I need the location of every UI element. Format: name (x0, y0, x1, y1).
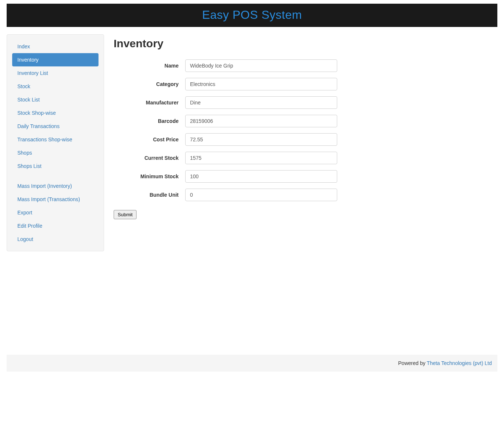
input-manufacturer[interactable] (185, 96, 337, 109)
sidebar-item-transactions-shop-wise[interactable]: Transactions Shop-wise (12, 133, 99, 146)
sidebar-item-export[interactable]: Export (12, 206, 99, 219)
main-content: Inventory Name Category Manufacturer Bar… (104, 34, 497, 251)
input-category[interactable] (185, 78, 337, 90)
footer: Powered by Theta Technologies (pvt) Ltd (7, 355, 497, 372)
sidebar-item-stock-shop-wise[interactable]: Stock Shop-wise (12, 106, 99, 120)
input-current-stock[interactable] (185, 152, 337, 164)
sidebar-item-shops[interactable]: Shops (12, 146, 99, 159)
sidebar-item-mass-import-inventory[interactable]: Mass Import (Inventory) (12, 179, 99, 193)
nav-separator (12, 173, 99, 179)
sidebar: Index Inventory Inventory List Stock Sto… (7, 34, 104, 251)
sidebar-item-stock-list[interactable]: Stock List (12, 93, 99, 106)
sidebar-item-stock[interactable]: Stock (12, 80, 99, 93)
input-bundle-unit[interactable] (185, 189, 337, 201)
label-barcode: Barcode (114, 118, 185, 124)
sidebar-item-inventory-list[interactable]: Inventory List (12, 66, 99, 80)
page-title: Inventory (114, 37, 490, 50)
sidebar-item-index[interactable]: Index (12, 40, 99, 53)
footer-link[interactable]: Theta Technologies (pvt) Ltd (427, 360, 492, 366)
input-cost-price[interactable] (185, 133, 337, 146)
label-name: Name (114, 63, 185, 69)
input-name[interactable] (185, 59, 337, 72)
input-barcode[interactable] (185, 115, 337, 127)
sidebar-item-inventory[interactable]: Inventory (12, 53, 99, 66)
sidebar-item-shops-list[interactable]: Shops List (12, 159, 99, 173)
label-bundle-unit: Bundle Unit (114, 192, 185, 198)
app-title: Easy POS System (7, 8, 497, 22)
sidebar-item-edit-profile[interactable]: Edit Profile (12, 219, 99, 232)
footer-powered-by: Powered by (398, 360, 427, 366)
sidebar-item-mass-import-transactions[interactable]: Mass Import (Transactions) (12, 193, 99, 206)
label-current-stock: Current Stock (114, 155, 185, 161)
app-header: Easy POS System (7, 4, 497, 27)
sidebar-item-logout[interactable]: Logout (12, 232, 99, 246)
sidebar-item-daily-transactions[interactable]: Daily Transactions (12, 120, 99, 133)
input-minimum-stock[interactable] (185, 170, 337, 183)
label-cost-price: Cost Price (114, 137, 185, 142)
label-minimum-stock: Minimum Stock (114, 173, 185, 179)
label-category: Category (114, 81, 185, 87)
label-manufacturer: Manufacturer (114, 100, 185, 106)
submit-button[interactable]: Submit (114, 210, 137, 219)
